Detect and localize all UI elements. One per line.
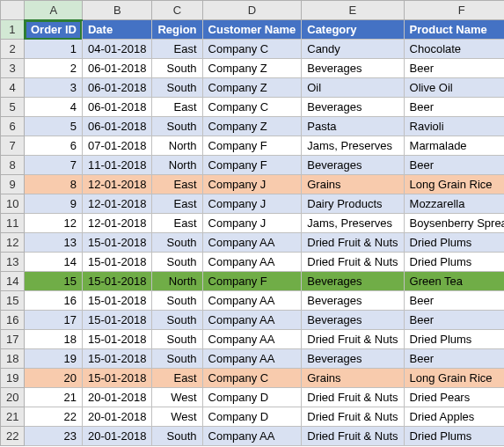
row-header[interactable]: 6 [1,117,25,136]
data-cell[interactable]: Dairy Products [302,194,404,214]
data-cell[interactable]: Company F [202,272,302,291]
row-header[interactable]: 8 [1,156,25,175]
data-cell[interactable]: South [152,233,202,253]
data-cell[interactable]: 18 [25,330,83,349]
data-cell[interactable]: 22 [25,407,83,427]
data-cell[interactable]: Dried Plums [404,253,504,272]
row-header[interactable]: 10 [1,194,25,214]
data-cell[interactable]: Beer [404,311,504,330]
data-cell[interactable]: Company AA [202,253,302,272]
data-cell[interactable]: 20 [25,369,83,388]
data-cell[interactable]: Dried Apples [404,407,504,427]
data-cell[interactable]: Company C [202,369,302,388]
data-cell[interactable]: 9 [25,194,83,214]
data-cell[interactable]: Company J [202,194,302,214]
data-cell[interactable]: Company AA [202,291,302,311]
data-cell[interactable]: South [152,253,202,272]
row-header[interactable]: 20 [1,388,25,407]
data-cell[interactable]: Marmalade [404,136,504,156]
data-cell[interactable]: 8 [25,175,83,194]
column-header-c[interactable]: C [152,1,202,20]
data-cell[interactable]: 06-01-2018 [82,117,152,136]
data-cell[interactable]: Olive Oil [404,78,504,98]
data-cell[interactable]: Company C [202,40,302,59]
data-cell[interactable]: North [152,272,202,291]
row-header[interactable]: 19 [1,369,25,388]
data-cell[interactable]: Dried Plums [404,330,504,349]
data-cell[interactable]: 2 [25,59,83,78]
column-header-d[interactable]: D [202,1,302,20]
row-header[interactable]: 3 [1,59,25,78]
data-cell[interactable]: Mozzarella [404,194,504,214]
data-cell[interactable]: Company D [202,388,302,407]
data-cell[interactable]: North [152,156,202,175]
spreadsheet-grid[interactable]: ABCDEF1Order IDDateRegionCustomer NameCa… [0,0,504,446]
data-cell[interactable]: 19 [25,349,83,369]
column-header-e[interactable]: E [302,1,404,20]
data-cell[interactable]: Company C [202,98,302,117]
data-cell[interactable]: Beverages [302,291,404,311]
data-cell[interactable]: 5 [25,117,83,136]
header-cell[interactable]: Order ID [25,20,83,40]
data-cell[interactable]: Boysenberry Spread [404,214,504,233]
data-cell[interactable]: 15-01-2018 [82,369,152,388]
data-cell[interactable]: 4 [25,98,83,117]
data-cell[interactable]: Beverages [302,349,404,369]
data-cell[interactable]: Dried Pears [404,388,504,407]
data-cell[interactable]: South [152,291,202,311]
data-cell[interactable]: South [152,330,202,349]
header-cell[interactable]: Category [302,20,404,40]
data-cell[interactable]: 14 [25,253,83,272]
data-cell[interactable]: 15-01-2018 [82,311,152,330]
data-cell[interactable]: Dried Plums [404,427,504,446]
row-header[interactable]: 16 [1,311,25,330]
data-cell[interactable]: Candy [302,40,404,59]
row-header[interactable]: 7 [1,136,25,156]
data-cell[interactable]: Company AA [202,349,302,369]
data-cell[interactable]: East [152,40,202,59]
data-cell[interactable]: West [152,388,202,407]
data-cell[interactable]: Company Z [202,78,302,98]
data-cell[interactable]: Green Tea [404,272,504,291]
data-cell[interactable]: Long Grain Rice [404,175,504,194]
column-header-a[interactable]: A [25,1,83,20]
data-cell[interactable]: Beer [404,59,504,78]
data-cell[interactable]: 12-01-2018 [82,214,152,233]
data-cell[interactable]: Dried Fruit & Nuts [302,233,404,253]
row-header[interactable]: 1 [1,20,25,40]
data-cell[interactable]: South [152,311,202,330]
data-cell[interactable]: Company J [202,214,302,233]
row-header[interactable]: 11 [1,214,25,233]
column-header-b[interactable]: B [82,1,152,20]
data-cell[interactable]: Company Z [202,59,302,78]
data-cell[interactable]: Company F [202,156,302,175]
row-header[interactable]: 17 [1,330,25,349]
row-header[interactable]: 14 [1,272,25,291]
data-cell[interactable]: East [152,98,202,117]
data-cell[interactable]: 12-01-2018 [82,175,152,194]
data-cell[interactable]: Ravioli [404,117,504,136]
header-cell[interactable]: Customer Name [202,20,302,40]
row-header[interactable]: 13 [1,253,25,272]
data-cell[interactable]: Company J [202,175,302,194]
row-header[interactable]: 9 [1,175,25,194]
data-cell[interactable]: East [152,214,202,233]
data-cell[interactable]: Beverages [302,272,404,291]
data-cell[interactable]: Dried Fruit & Nuts [302,330,404,349]
row-header[interactable]: 22 [1,427,25,446]
data-cell[interactable]: Beer [404,349,504,369]
data-cell[interactable]: Dried Plums [404,233,504,253]
row-header[interactable]: 5 [1,98,25,117]
data-cell[interactable]: Dried Fruit & Nuts [302,253,404,272]
data-cell[interactable]: Jams, Preserves [302,214,404,233]
data-cell[interactable]: 17 [25,311,83,330]
data-cell[interactable]: Beverages [302,156,404,175]
data-cell[interactable]: Company AA [202,311,302,330]
data-cell[interactable]: 1 [25,40,83,59]
data-cell[interactable]: Long Grain Rice [404,369,504,388]
data-cell[interactable]: 15-01-2018 [82,272,152,291]
data-cell[interactable]: 6 [25,136,83,156]
data-cell[interactable]: 06-01-2018 [82,98,152,117]
data-cell[interactable]: 3 [25,78,83,98]
data-cell[interactable]: 15-01-2018 [82,291,152,311]
